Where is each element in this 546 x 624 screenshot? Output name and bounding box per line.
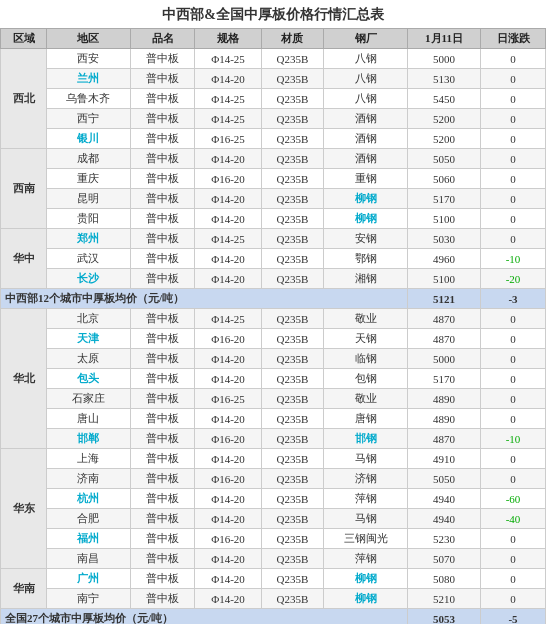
city-cell: 昆明 [47, 189, 131, 209]
price-cell: 4870 [407, 429, 480, 449]
spec-cell: Φ14-20 [195, 209, 261, 229]
material-cell: Q235B [261, 89, 324, 109]
change-cell: 0 [481, 529, 546, 549]
product-cell: 普中板 [130, 269, 195, 289]
change-cell: 0 [481, 209, 546, 229]
steel-cell: 临钢 [324, 349, 408, 369]
product-cell: 普中板 [130, 589, 195, 609]
spec-cell: Φ16-20 [195, 169, 261, 189]
material-cell: Q235B [261, 569, 324, 589]
change-cell: 0 [481, 589, 546, 609]
summary-price: 5121 [407, 289, 480, 309]
table-row: 济南普中板Φ16-20Q235B济钢50500 [1, 469, 546, 489]
change-cell: -20 [481, 269, 546, 289]
steel-cell: 马钢 [324, 509, 408, 529]
spec-cell: Φ14-20 [195, 549, 261, 569]
spec-cell: Φ14-20 [195, 349, 261, 369]
change-cell: 0 [481, 569, 546, 589]
city-cell: 重庆 [47, 169, 131, 189]
table-row: 长沙普中板Φ14-20Q235B湘钢5100-20 [1, 269, 546, 289]
table-row: 华北北京普中板Φ14-25Q235B敬业48700 [1, 309, 546, 329]
material-cell: Q235B [261, 429, 324, 449]
product-cell: 普中板 [130, 209, 195, 229]
product-cell: 普中板 [130, 69, 195, 89]
region-cell: 华南 [1, 569, 47, 609]
material-cell: Q235B [261, 329, 324, 349]
spec-cell: Φ14-20 [195, 449, 261, 469]
material-cell: Q235B [261, 169, 324, 189]
city-cell: 福州 [47, 529, 131, 549]
table-row: 太原普中板Φ14-20Q235B临钢50000 [1, 349, 546, 369]
city-cell: 上海 [47, 449, 131, 469]
price-cell: 4940 [407, 509, 480, 529]
product-cell: 普中板 [130, 89, 195, 109]
city-cell: 乌鲁木齐 [47, 89, 131, 109]
steel-cell: 湘钢 [324, 269, 408, 289]
material-cell: Q235B [261, 369, 324, 389]
spec-cell: Φ14-20 [195, 269, 261, 289]
city-cell: 兰州 [47, 69, 131, 89]
price-cell: 5230 [407, 529, 480, 549]
price-cell: 5000 [407, 349, 480, 369]
price-cell: 5200 [407, 109, 480, 129]
material-cell: Q235B [261, 109, 324, 129]
product-cell: 普中板 [130, 449, 195, 469]
city-cell: 唐山 [47, 409, 131, 429]
spec-cell: Φ16-20 [195, 469, 261, 489]
price-cell: 5070 [407, 549, 480, 569]
change-cell: -60 [481, 489, 546, 509]
spec-cell: Φ14-20 [195, 489, 261, 509]
change-cell: -10 [481, 429, 546, 449]
steel-cell: 重钢 [324, 169, 408, 189]
spec-cell: Φ16-25 [195, 129, 261, 149]
spec-cell: Φ16-20 [195, 329, 261, 349]
city-cell: 邯郸 [47, 429, 131, 449]
product-cell: 普中板 [130, 329, 195, 349]
product-cell: 普中板 [130, 489, 195, 509]
spec-cell: Φ14-20 [195, 569, 261, 589]
column-header: 材质 [261, 29, 324, 49]
product-cell: 普中板 [130, 109, 195, 129]
steel-cell: 酒钢 [324, 109, 408, 129]
table-row: 南宁普中板Φ14-20Q235B柳钢52100 [1, 589, 546, 609]
city-cell: 广州 [47, 569, 131, 589]
product-cell: 普中板 [130, 249, 195, 269]
product-cell: 普中板 [130, 149, 195, 169]
change-cell: 0 [481, 329, 546, 349]
steel-cell: 唐钢 [324, 409, 408, 429]
product-cell: 普中板 [130, 349, 195, 369]
table-row: 华南广州普中板Φ14-20Q235B柳钢50800 [1, 569, 546, 589]
product-cell: 普中板 [130, 169, 195, 189]
steel-cell: 安钢 [324, 229, 408, 249]
material-cell: Q235B [261, 469, 324, 489]
product-cell: 普中板 [130, 309, 195, 329]
steel-cell: 八钢 [324, 69, 408, 89]
material-cell: Q235B [261, 69, 324, 89]
spec-cell: Φ16-25 [195, 389, 261, 409]
product-cell: 普中板 [130, 429, 195, 449]
product-cell: 普中板 [130, 509, 195, 529]
summary-label: 全国27个城市中厚板均价（元/吨） [1, 609, 408, 625]
spec-cell: Φ14-20 [195, 369, 261, 389]
material-cell: Q235B [261, 269, 324, 289]
spec-cell: Φ14-25 [195, 89, 261, 109]
price-cell: 5200 [407, 129, 480, 149]
city-cell: 郑州 [47, 229, 131, 249]
spec-cell: Φ14-20 [195, 509, 261, 529]
change-cell: 0 [481, 189, 546, 209]
table-row: 包头普中板Φ14-20Q235B包钢51700 [1, 369, 546, 389]
page-title: 中西部&全国中厚板价格行情汇总表 [0, 0, 546, 28]
table-row: 福州普中板Φ16-20Q235B三钢闽光52300 [1, 529, 546, 549]
city-cell: 石家庄 [47, 389, 131, 409]
material-cell: Q235B [261, 189, 324, 209]
spec-cell: Φ16-20 [195, 429, 261, 449]
material-cell: Q235B [261, 129, 324, 149]
change-cell: 0 [481, 129, 546, 149]
material-cell: Q235B [261, 409, 324, 429]
table-row: 昆明普中板Φ14-20Q235B柳钢51700 [1, 189, 546, 209]
city-cell: 北京 [47, 309, 131, 329]
city-cell: 长沙 [47, 269, 131, 289]
city-cell: 南昌 [47, 549, 131, 569]
price-cell: 5030 [407, 229, 480, 249]
change-cell: -10 [481, 249, 546, 269]
